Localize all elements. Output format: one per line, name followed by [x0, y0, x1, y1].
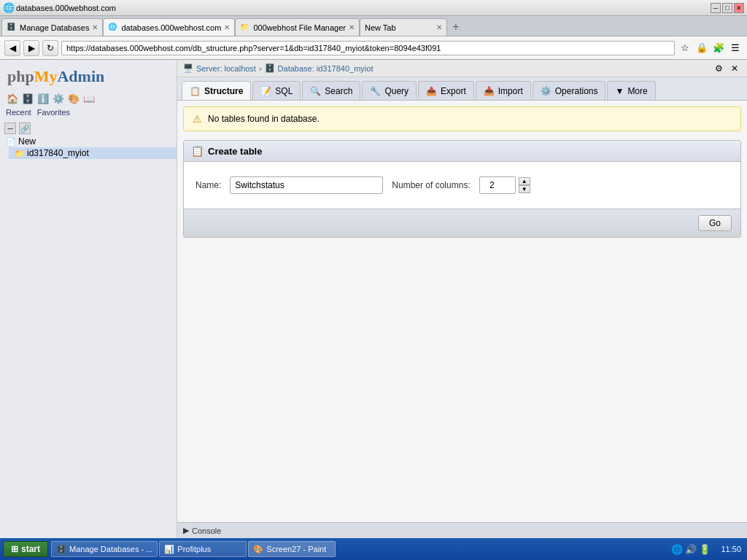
more-tab-icon: ▼: [615, 86, 624, 96]
tab-close-1[interactable]: ✕: [92, 23, 98, 31]
tab-sql[interactable]: 📝 SQL: [252, 81, 301, 100]
name-label: Name:: [196, 180, 221, 190]
tree-new-item[interactable]: 📄 New: [0, 136, 177, 147]
create-table-title: Create table: [208, 146, 262, 157]
alert-box: ⚠ No tables found in database.: [183, 106, 741, 131]
export-tab-label: Export: [441, 86, 466, 96]
tab-favicon-2: 🌐: [108, 23, 118, 33]
tab-new-tab[interactable]: New Tab ✕: [360, 18, 447, 36]
alert-message: No tables found in database.: [208, 114, 320, 124]
more-tab-label: More: [627, 86, 647, 96]
logo-php: php: [7, 67, 34, 85]
start-button[interactable]: ⊞ start: [3, 541, 48, 557]
console-icon: ▶: [183, 526, 189, 535]
favorites-link[interactable]: Favorites: [37, 108, 70, 117]
taskbar-items: 🗄️ Manage Databases - ... 📊 Profitplus 🎨…: [51, 541, 664, 557]
security-icon[interactable]: 🔒: [694, 41, 709, 55]
maximize-button[interactable]: □: [722, 3, 732, 13]
tab-file-manager[interactable]: 📁 000webhost File Manager ✕: [235, 18, 360, 36]
nav-tabs: 📋 Structure 📝 SQL 🔍 Search 🔧 Query 📤: [177, 77, 747, 101]
console-toggle[interactable]: ▶ Console: [183, 526, 221, 535]
tab-close-3[interactable]: ✕: [349, 23, 355, 31]
tree-controls: ─ 🔗: [0, 121, 177, 136]
structure-tab-label: Structure: [204, 86, 243, 96]
link-icon[interactable]: 🔗: [19, 122, 31, 134]
tab-label-4: New Tab: [365, 23, 396, 32]
toolbar-right: ⚙ ✕: [712, 62, 741, 75]
info-icon[interactable]: ℹ️: [36, 92, 50, 105]
back-button[interactable]: ◀: [4, 40, 20, 56]
breadcrumb-sep1: ›: [259, 64, 262, 73]
recent-link[interactable]: Recent: [6, 108, 31, 117]
address-bar: ◀ ▶ ↻ ☆ 🔒 🧩 ☰: [0, 36, 747, 60]
theme-icon[interactable]: 🎨: [67, 92, 80, 105]
taskbar-network-icon[interactable]: 🌐: [671, 544, 683, 555]
tree-db-icon: 📁: [15, 149, 25, 158]
search-tab-icon: 🔍: [310, 86, 321, 96]
num-columns-input[interactable]: [479, 176, 516, 194]
collapse-all-button[interactable]: ─: [4, 122, 16, 134]
breadcrumb-server[interactable]: Server: localhost: [196, 64, 256, 73]
num-columns-group: ▲ ▼: [479, 176, 530, 194]
breadcrumb-close-icon[interactable]: ✕: [728, 62, 741, 75]
sql-tab-label: SQL: [275, 86, 293, 96]
tab-structure[interactable]: 📋 Structure: [182, 81, 251, 100]
minimize-button[interactable]: ─: [711, 3, 721, 13]
console-bar: ▶ Console: [177, 522, 747, 538]
forward-button[interactable]: ▶: [23, 40, 39, 56]
new-item-icon: 📄: [6, 137, 16, 147]
query-tab-label: Query: [384, 86, 409, 96]
logo-admin: Admin: [57, 67, 104, 85]
tab-query[interactable]: 🔧 Query: [362, 81, 417, 100]
taskbar-item-label-1: Manage Databases - ...: [69, 545, 152, 553]
taskbar-item-screen27[interactable]: 🎨 Screen27 - Paint: [248, 541, 336, 557]
go-button[interactable]: Go: [698, 215, 732, 231]
home-icon[interactable]: 🏠: [6, 92, 19, 105]
tab-operations[interactable]: ⚙️ Operations: [533, 81, 606, 100]
table-name-input[interactable]: [230, 176, 383, 194]
new-tab-button[interactable]: +: [447, 18, 465, 36]
tab-close-2[interactable]: ✕: [224, 23, 230, 31]
create-table-panel: 📋 Create table Name: Number of columns: …: [183, 140, 741, 238]
tab-more[interactable]: ▼ More: [607, 81, 655, 100]
tab-databases-000webhost[interactable]: 🌐 databases.000webhost.com ✕: [103, 18, 235, 36]
operations-tab-icon: ⚙️: [541, 86, 551, 96]
tree-db-item[interactable]: 📁 id317840_myiot: [9, 147, 177, 159]
taskbar-item-profitplus[interactable]: 📊 Profitplus: [159, 541, 247, 557]
breadcrumb-db[interactable]: Database: id317840_myiot: [278, 64, 374, 73]
spinner-up-button[interactable]: ▲: [519, 177, 530, 185]
db-icon[interactable]: 🗄️: [21, 92, 34, 105]
tab-close-4[interactable]: ✕: [436, 23, 442, 31]
menu-icon[interactable]: ☰: [728, 41, 743, 55]
star-icon[interactable]: ☆: [678, 41, 692, 55]
address-input[interactable]: [61, 41, 675, 55]
close-button[interactable]: ✕: [734, 3, 744, 13]
tab-search[interactable]: 🔍 Search: [302, 81, 360, 100]
refresh-button[interactable]: ↻: [42, 40, 58, 56]
settings-icon[interactable]: ⚙️: [52, 92, 65, 105]
tab-manage-databases[interactable]: 🗄️ Manage Databases ✕: [1, 18, 103, 36]
pma-logo: phpMyAdmin: [0, 60, 177, 90]
tab-bar: 🗄️ Manage Databases ✕ 🌐 databases.000web…: [0, 16, 747, 36]
taskbar-sound-icon[interactable]: 🔊: [685, 544, 697, 555]
import-tab-icon: 📥: [484, 86, 495, 96]
docs-icon[interactable]: 📖: [82, 92, 96, 105]
logo-my: My: [34, 67, 58, 85]
sidebar: phpMyAdmin 🏠 🗄️ ℹ️ ⚙️ 🎨 📖 Recent Favorit…: [0, 60, 177, 538]
alert-icon: ⚠: [193, 113, 202, 125]
create-table-header: 📋 Create table: [184, 141, 740, 162]
browser-frame: 🌐 databases.000webhost.com ─ □ ✕ 🗄️ Mana…: [0, 0, 747, 560]
start-icon: ⊞: [11, 544, 18, 554]
breadcrumb-server-icon: 🖥️: [183, 63, 193, 73]
extensions-icon[interactable]: 🧩: [711, 41, 726, 55]
tab-import[interactable]: 📥 Import: [476, 81, 531, 100]
taskbar-item-1[interactable]: 🗄️ Manage Databases - ...: [51, 541, 158, 557]
breadcrumb-settings-icon[interactable]: ⚙: [712, 62, 725, 75]
taskbar-clock: 11:50: [718, 545, 744, 553]
spinner-down-button[interactable]: ▼: [519, 185, 530, 193]
taskbar-battery-icon[interactable]: 🔋: [699, 544, 711, 555]
tab-export[interactable]: 📤 Export: [418, 81, 474, 100]
pma-logo-text: phpMyAdmin: [7, 67, 169, 86]
main-content: 🖥️ Server: localhost › 🗄️ Database: id31…: [177, 60, 747, 538]
taskbar: ⊞ start 🗄️ Manage Databases - ... 📊 Prof…: [0, 538, 747, 560]
